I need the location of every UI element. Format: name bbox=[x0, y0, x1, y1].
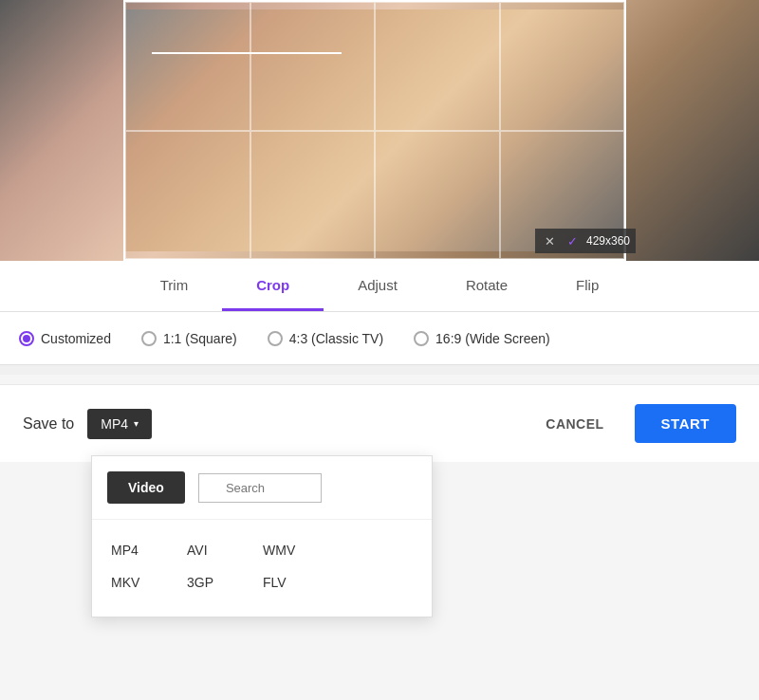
radio-wide-screen-circle bbox=[414, 331, 429, 346]
format-search-input[interactable] bbox=[198, 473, 322, 503]
grid-cell bbox=[125, 2, 250, 131]
tab-rotate[interactable]: Rotate bbox=[432, 262, 542, 311]
format-grid: MP4 AVI WMV MKV 3GP FLV bbox=[107, 531, 417, 601]
format-wmv[interactable]: WMV bbox=[263, 539, 339, 562]
dropdown-divider bbox=[92, 519, 432, 520]
format-3gp[interactable]: 3GP bbox=[187, 571, 263, 594]
format-flv[interactable]: FLV bbox=[263, 571, 339, 594]
radio-customized-circle bbox=[19, 331, 34, 346]
tab-adjust[interactable]: Adjust bbox=[324, 262, 432, 311]
grid-cell bbox=[500, 2, 625, 131]
tab-flip[interactable]: Flip bbox=[542, 262, 633, 311]
save-row: Save to MP4 ▾ CANCEL START Video 🔍 MP4 A… bbox=[0, 384, 759, 462]
radio-classic-tv[interactable]: 4:3 (Classic TV) bbox=[268, 331, 383, 346]
tab-crop[interactable]: Crop bbox=[222, 262, 324, 311]
radio-classic-tv-circle bbox=[268, 331, 283, 346]
radio-wide-screen-label: 16:9 (Wide Screen) bbox=[435, 331, 550, 346]
crop-overlay[interactable] bbox=[123, 0, 626, 261]
format-avi[interactable]: AVI bbox=[187, 539, 263, 562]
format-mp4[interactable]: MP4 bbox=[111, 539, 187, 562]
format-mkv[interactable]: MKV bbox=[111, 571, 187, 594]
format-dropdown-panel: Video 🔍 MP4 AVI WMV MKV 3GP FLV bbox=[91, 455, 433, 617]
dimension-badge: ✕ ✓ 429x360 bbox=[535, 229, 636, 253]
cancel-button[interactable]: CANCEL bbox=[528, 407, 620, 441]
radio-square-label: 1:1 (Square) bbox=[163, 331, 237, 346]
spacer bbox=[0, 365, 759, 375]
format-btn-label: MP4 bbox=[101, 416, 128, 432]
search-wrapper: 🔍 bbox=[198, 473, 322, 503]
crop-grid bbox=[125, 2, 624, 259]
radio-customized-label: Customized bbox=[41, 331, 111, 346]
radio-square-circle bbox=[141, 331, 157, 346]
crop-cancel-icon[interactable]: ✕ bbox=[541, 231, 560, 250]
toolbar: Trim Crop Adjust Rotate Flip bbox=[0, 261, 759, 312]
crop-dimensions: 429x360 bbox=[586, 234, 630, 248]
crop-confirm-icon[interactable]: ✓ bbox=[564, 231, 583, 250]
format-dropdown-button[interactable]: MP4 ▾ bbox=[87, 409, 152, 439]
radio-wide-screen[interactable]: 16:9 (Wide Screen) bbox=[414, 331, 550, 346]
grid-cell bbox=[375, 131, 500, 260]
dropdown-arrow-icon: ▾ bbox=[134, 418, 139, 429]
grid-cell bbox=[250, 2, 376, 131]
grid-cell bbox=[250, 131, 376, 260]
grid-cell bbox=[375, 2, 500, 131]
dropdown-header: Video 🔍 bbox=[107, 471, 417, 504]
start-button[interactable]: START bbox=[635, 404, 736, 443]
video-preview: ✕ ✓ 429x360 bbox=[0, 0, 759, 261]
radio-customized[interactable]: Customized bbox=[19, 331, 111, 346]
radio-square[interactable]: 1:1 (Square) bbox=[141, 331, 237, 346]
save-to-label: Save to bbox=[23, 415, 74, 433]
radio-classic-tv-label: 4:3 (Classic TV) bbox=[289, 331, 383, 346]
aspect-ratio-row: Customized 1:1 (Square) 4:3 (Classic TV)… bbox=[0, 312, 759, 365]
tab-trim[interactable]: Trim bbox=[126, 262, 222, 311]
video-tab-button[interactable]: Video bbox=[107, 471, 185, 504]
grid-cell bbox=[125, 131, 250, 260]
